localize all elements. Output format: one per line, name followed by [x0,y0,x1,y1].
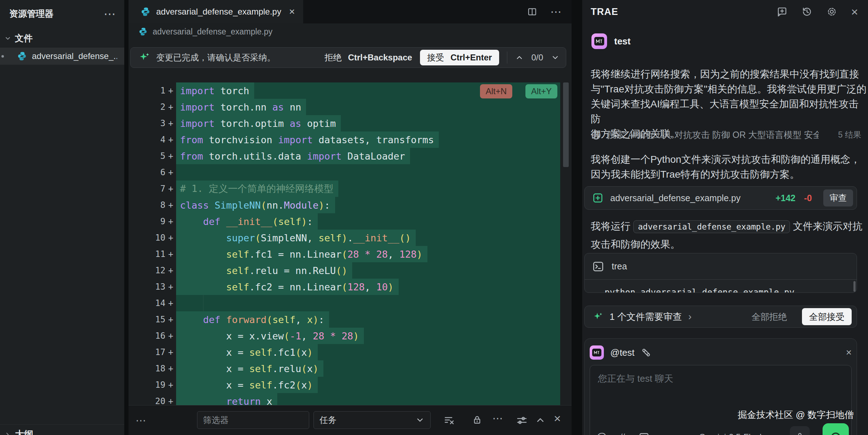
tab-adversarial-defense[interactable]: adversarial_defense_example.py × [129,0,303,23]
code-line[interactable]: 16+ x = x.view(-1, 28 * 28) [129,328,572,344]
panel-title: TRAE [591,6,618,17]
code-line[interactable]: 9+ def __init__(self): [129,213,572,230]
terminal-icon [592,260,605,273]
terminal-scrollbar[interactable] [853,281,856,292]
explorer-header: 资源管理器 ⋯ [0,0,124,23]
code-line[interactable]: 10+ super(SimpleNN, self).__init__() [129,230,572,246]
trae-assistant-panel: TRAE × test 我将继续进行网络搜 [582,0,868,435]
chat-toolbar: @ # Gemini-2.5-Flash [596,423,849,435]
prev-change-icon[interactable] [515,53,524,62]
voice-record-button[interactable] [823,423,849,435]
python-icon [141,7,151,17]
code-line[interactable]: 19+ x = self.fc2(x) [129,377,572,393]
more-actions-icon[interactable]: ⋯ [550,5,562,18]
accept-all-button[interactable]: 全部接受 [802,308,852,325]
chevron-down-icon [415,415,425,425]
clear-filter-icon[interactable] [444,415,455,426]
split-editor-icon[interactable] [527,6,537,17]
reject-shortcut-badge[interactable]: Alt+N [480,84,512,98]
review-button[interactable]: 审查 [823,189,853,206]
code-line[interactable]: 11+ self.fc1 = nn.Linear(28 * 28, 128) [129,246,572,262]
new-chat-icon[interactable] [776,6,788,17]
tab-label: adversarial_defense_example.py [156,7,281,17]
files-to-review-label[interactable]: 1 个文件需要审查 [610,311,682,323]
close-chat-icon[interactable]: × [846,347,852,358]
code-line[interactable]: 20+ return x [129,393,572,405]
close-panel-icon[interactable]: × [851,5,858,19]
code-editor[interactable]: 1+import torch2+import torch.nn as nn3+i… [129,82,572,405]
code-line[interactable]: 4+from torchvision import datasets, tran… [129,131,572,148]
code-line[interactable]: 2+import torch.nn as nn [129,99,572,115]
mic-button[interactable] [790,426,810,435]
hash-icon[interactable]: # [619,431,626,435]
tools-icon[interactable] [641,347,651,358]
files-section-label: 文件 [15,32,33,44]
code-line[interactable]: 5+from torch.utils.data import DataLoade… [129,148,572,164]
search-results-count: 5 结果 [838,129,861,140]
toolbar-more-icon[interactable]: ⋯ [136,414,146,426]
history-icon[interactable] [801,6,813,17]
explorer-more-icon[interactable]: ⋯ [104,10,116,17]
lines-added: +142 [775,193,795,203]
code-line[interactable]: 14+ [129,295,572,311]
terminal-name: trea [612,261,627,272]
tab-close-icon[interactable]: × [289,6,295,17]
outline-section-header[interactable]: 大纲 [0,424,124,435]
python-icon [17,51,27,61]
code-line[interactable]: 3+import torch.optim as optim [129,115,572,131]
app-window: 资源管理器 ⋯ 文件 adversarial_defense_... 大纲 [0,0,868,435]
active-file-dot [1,55,4,58]
code-line[interactable]: 8+class SimpleNN(nn.Module): [129,197,572,213]
editor-scrollbar-thumb[interactable] [563,82,569,167]
tune-icon[interactable] [516,415,528,426]
code-line[interactable]: 15+ def forward(self, x): [129,311,572,328]
code-line[interactable]: 13+ self.fc2 = nn.Linear(128, 10) [129,279,572,295]
code-lines[interactable]: 1+import torch2+import torch.nn as nn3+i… [129,82,572,405]
next-change-icon[interactable] [551,53,559,62]
reject-button[interactable]: 拒绝Ctrl+Backspace [324,52,412,63]
filter-input[interactable] [197,411,309,429]
reject-all-button[interactable]: 全部拒绝 [752,311,787,323]
review-summary-bar: 1 个文件需要审查 › 全部拒绝 全部接受 [584,306,857,328]
terminal-card[interactable]: trea python adversarial_defense_example.… [584,253,857,293]
accept-button[interactable]: 接受Ctrl+Enter [420,50,499,65]
chevron-down-icon [4,35,11,42]
accept-shortcut-badge[interactable]: Alt+Y [525,84,557,98]
code-line[interactable]: 6+ [129,164,572,181]
web-search-row[interactable]: 搜索"AI编程工具 对抗攻击 防御 OR 大型语言模型 安全加固 对... 5 … [591,129,861,141]
task-select[interactable]: 任务 [313,411,431,429]
files-section-header[interactable]: 文件 [0,23,124,48]
chevron-right-icon[interactable]: › [688,311,692,322]
chevron-up-icon[interactable] [535,415,546,425]
changed-file-name: adversarial_defense_example.py [610,193,741,203]
breadcrumb[interactable]: adversarial_defense_example.py [129,23,572,40]
sidebar-item-file[interactable]: adversarial_defense_... [0,48,124,65]
lines-removed: -0 [804,193,812,203]
lock-icon[interactable] [472,415,482,425]
agent-avatar-glyph [592,349,601,356]
explorer-sidebar: 资源管理器 ⋯ 文件 adversarial_defense_... 大纲 [0,0,126,435]
inline-file-chip[interactable]: adversarial_defense_example.py [633,220,790,233]
code-line[interactable]: 18+ x = self.relu(x) [129,360,572,377]
gear-icon[interactable] [826,6,837,17]
filter-toolbar: ⋯ 任务 ⋯ × [129,405,572,435]
code-line[interactable]: 12+ self.relu = nn.ReLU() [129,262,572,279]
editor-area: adversarial_defense_example.py × ⋯ adver… [129,0,572,435]
sparkle-icon [593,311,604,322]
image-icon[interactable] [638,431,650,435]
model-selector[interactable]: Gemini-2.5-Flash [699,432,777,435]
search-query: 搜索"AI编程工具 对抗攻击 防御 OR 大型语言模型 安全加固 对... [607,129,819,141]
agent-avatar [590,345,604,360]
code-line[interactable]: 17+ x = self.fc1(x) [129,344,572,360]
chat-agent-mention[interactable]: @test [610,347,634,358]
code-line[interactable]: 7+# 1. 定义一个简单的神经网络模型 [129,181,572,197]
file-change-card[interactable]: adversarial_defense_example.py +142 -0 审… [584,186,857,210]
terminal-header: trea [585,253,857,280]
more-icon[interactable]: ⋯ [492,412,503,424]
mention-icon[interactable]: @ [596,431,607,435]
sparkle-icon [138,52,151,64]
agent-row: test [591,33,630,49]
outline-label: 大纲 [15,428,33,435]
close-icon[interactable]: × [554,412,561,425]
agent-avatar-glyph [594,37,604,45]
